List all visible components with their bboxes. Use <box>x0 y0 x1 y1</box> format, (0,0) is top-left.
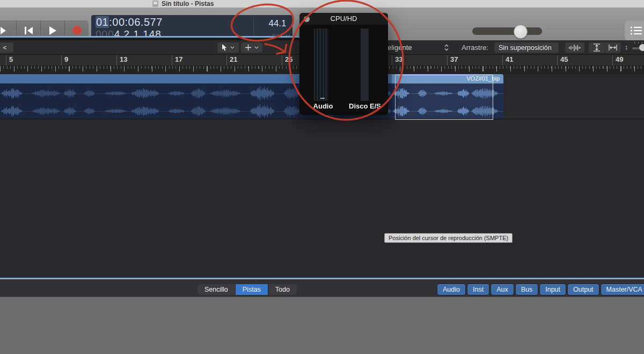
mixer-panel <box>0 297 644 354</box>
segment-todo[interactable]: Todo <box>268 284 297 295</box>
horizontal-zoom-icon <box>609 44 617 52</box>
hide-panel-button[interactable]: < <box>0 42 14 53</box>
ruler-mark: 5 <box>6 55 13 66</box>
track-lane-divider <box>0 119 644 119</box>
disk-meter-label: Disco E/S <box>346 102 384 110</box>
channel-type-filters: Audio Inst Aux Bus Input Output Master/V… <box>437 284 644 295</box>
ruler-mark: 21 <box>226 55 237 66</box>
pointer-tool-icon <box>222 44 228 51</box>
filter-output[interactable]: Output <box>568 284 599 295</box>
control-bar-gap <box>0 38 299 40</box>
window-title-bar: Sin título - Pistas <box>0 0 644 8</box>
audio-meter-level <box>320 98 325 99</box>
filter-input[interactable]: Input <box>540 284 566 295</box>
view-segmented-control: Sencillo Pistas Todo <box>197 284 297 295</box>
left-click-tool-button[interactable] <box>217 42 239 53</box>
filter-bus[interactable]: Bus <box>516 284 538 295</box>
ruler-mark: 13 <box>116 55 127 66</box>
smpte-hours-selected[interactable]: 01 <box>96 16 109 28</box>
drag-mode-value: Sin superposición <box>499 44 552 52</box>
zoom-button-group <box>588 42 621 53</box>
fast-forward-icon <box>0 27 6 34</box>
drag-mode-label: Arrastre: <box>462 44 488 52</box>
waveform-zoom-button[interactable] <box>565 42 585 53</box>
crosshair-tool-icon <box>245 44 252 51</box>
go-to-beginning-icon <box>25 27 33 34</box>
filter-aux[interactable]: Aux <box>491 284 514 295</box>
chevron-up-down-icon[interactable] <box>444 44 449 51</box>
ruler-mark: 49 <box>612 55 623 66</box>
horizontal-auto-zoom-button[interactable] <box>605 42 621 53</box>
record-icon <box>72 26 82 35</box>
ruler-mark: 9 <box>61 55 68 66</box>
ruler-mark: 41 <box>502 55 513 66</box>
disk-io-meter <box>361 28 369 101</box>
zoom-slider-tick <box>634 42 635 44</box>
play-icon <box>49 26 56 35</box>
list-editors-button[interactable] <box>625 21 644 40</box>
ruler-mark: 17 <box>172 55 182 66</box>
document-icon <box>152 1 158 7</box>
chevron-down-icon <box>230 46 235 49</box>
audio-meter-label: Audio <box>304 102 342 110</box>
vertical-auto-zoom-button[interactable] <box>589 42 605 53</box>
waveform-icon <box>569 44 581 52</box>
vertical-zoom-icon <box>592 44 601 52</box>
ruler-mark: 45 <box>557 55 568 66</box>
mixer-filter-bar: Sencillo Pistas Todo Audio Inst Aux Bus … <box>0 279 644 297</box>
chevron-left-icon: < <box>3 44 6 52</box>
cpu-hd-window[interactable]: CPU/HD Audio Disco E/S <box>299 13 388 115</box>
zoom-slider-tick <box>642 42 642 44</box>
command-click-tool-button[interactable] <box>240 42 263 53</box>
ruler-mark: 37 <box>447 55 458 66</box>
zoom-slider-tick <box>638 42 639 44</box>
drag-mode-dropdown[interactable]: Sin superposición <box>494 42 559 53</box>
filter-inst[interactable]: Inst <box>467 284 489 295</box>
snap-mode-partial-label[interactable]: eligente <box>387 44 412 52</box>
logic-pro-window: Sin título - Pistas 01:00:06.577 0004 2 … <box>0 0 644 354</box>
chevron-down-icon <box>254 46 259 49</box>
sample-rate-value[interactable]: 44.1 <box>256 18 299 29</box>
smpte-time-display[interactable]: 01:00:06.577 <box>96 16 163 28</box>
filter-master-vca[interactable]: Master/VCA <box>601 284 644 295</box>
master-volume-knob[interactable] <box>514 25 528 39</box>
zoom-slider-knob[interactable] <box>639 44 644 51</box>
segment-sencillo[interactable]: Sencillo <box>197 284 236 295</box>
window-title: Sin título - Pistas <box>162 0 214 8</box>
cpu-hd-window-title: CPU/HD <box>299 13 388 25</box>
list-icon <box>630 25 643 36</box>
vertical-zoom-arrows-icon[interactable]: ↕ <box>625 43 628 51</box>
filter-audio[interactable]: Audio <box>437 284 465 295</box>
playhead-tooltip: Posición del cursor de reproducción (SMP… <box>384 233 513 243</box>
ruler-mark: 33 <box>392 55 402 66</box>
close-window-button[interactable] <box>304 16 310 22</box>
segment-pistas[interactable]: Pistas <box>236 284 268 295</box>
audio-cpu-meter <box>314 28 328 101</box>
ruler-mark: 25 <box>282 55 292 66</box>
master-volume-slider[interactable] <box>472 27 542 35</box>
marquee-selection[interactable] <box>395 75 493 120</box>
